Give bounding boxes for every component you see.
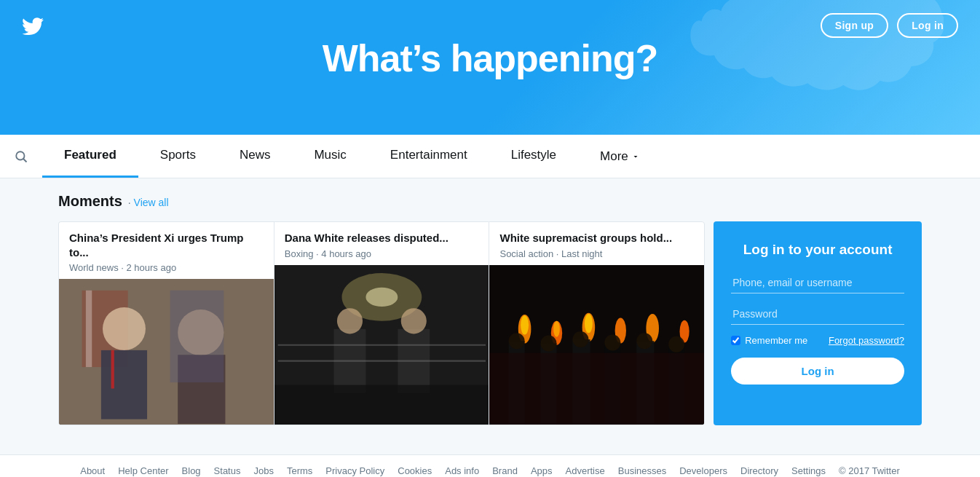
nav-tabs: Featured Sports News Music Entertainment…: [0, 135, 980, 178]
login-options-row: Remember me Forgot password?: [731, 335, 904, 346]
footer-settings[interactable]: Settings: [791, 465, 826, 476]
svg-point-17: [400, 308, 426, 334]
footer-status[interactable]: Status: [214, 465, 241, 476]
password-input[interactable]: [731, 304, 904, 325]
login-panel-title: Log in to your account: [743, 242, 893, 258]
svg-point-41: [605, 334, 621, 350]
card-img-bg-2: [274, 265, 489, 425]
footer-copyright: © 2017 Twitter: [839, 465, 900, 476]
footer-businesses[interactable]: Businesses: [618, 465, 666, 476]
footer-apps[interactable]: Apps: [531, 465, 553, 476]
svg-rect-10: [170, 291, 224, 382]
card-info-1: China’s President Xi urges Trump to... W…: [59, 222, 274, 279]
footer-blog[interactable]: Blog: [182, 465, 201, 476]
header: What’s happening? Sign up Log in: [0, 0, 980, 135]
page-title: What’s happening?: [0, 36, 980, 80]
tab-music[interactable]: Music: [292, 135, 368, 178]
svg-rect-7: [101, 350, 147, 419]
footer: About Help Center Blog Status Jobs Terms…: [0, 454, 980, 477]
card-meta-3: Social action · Last night: [499, 248, 694, 259]
remember-me-label[interactable]: Remember me: [731, 335, 807, 346]
footer-ads-info[interactable]: Ads info: [445, 465, 479, 476]
footer-terms[interactable]: Terms: [287, 465, 312, 476]
card-info-2: Dana White releases disputed... Boxing ·…: [274, 222, 489, 265]
svg-point-5: [103, 307, 146, 350]
svg-rect-18: [274, 385, 489, 425]
moment-card-2[interactable]: Dana White releases disputed... Boxing ·…: [274, 221, 489, 425]
svg-point-42: [637, 333, 653, 349]
card-meta-2: Boxing · 4 hours ago: [285, 248, 479, 259]
svg-point-39: [541, 335, 557, 351]
login-submit-button[interactable]: Log in: [731, 358, 904, 385]
tab-news[interactable]: News: [218, 135, 293, 178]
footer-cookies[interactable]: Cookies: [398, 465, 432, 476]
svg-point-0: [16, 151, 24, 159]
footer-directory[interactable]: Directory: [740, 465, 778, 476]
svg-rect-4: [86, 291, 92, 367]
card-image-1: [59, 279, 274, 425]
card-image-3: [489, 265, 704, 425]
search-icon[interactable]: [0, 150, 42, 163]
footer-developers[interactable]: Developers: [679, 465, 727, 476]
login-panel: Log in to your account Remember me Forgo…: [714, 221, 922, 425]
svg-rect-37: [489, 352, 704, 425]
svg-point-40: [573, 331, 589, 347]
footer-brand[interactable]: Brand: [492, 465, 518, 476]
tab-sports[interactable]: Sports: [138, 135, 218, 178]
forgot-password-link[interactable]: Forgot password?: [829, 335, 904, 346]
svg-point-43: [669, 336, 685, 352]
tab-lifestyle[interactable]: Lifestyle: [489, 135, 578, 178]
signup-button[interactable]: Sign up: [821, 13, 888, 38]
card-meta-1: World news · 2 hours ago: [69, 262, 264, 273]
card-info-3: White supremacist groups hold... Social …: [489, 222, 704, 265]
svg-point-13: [365, 287, 398, 306]
card-img-bg-1: [59, 279, 274, 425]
content-area: Moments View all China’s President Xi ur…: [58, 193, 922, 425]
login-button-header[interactable]: Log in: [897, 13, 958, 38]
main-content: Moments View all China’s President Xi ur…: [0, 178, 980, 440]
moment-card-1[interactable]: China’s President Xi urges Trump to... W…: [58, 221, 274, 425]
footer-advertise[interactable]: Advertise: [566, 465, 605, 476]
footer-help-center[interactable]: Help Center: [118, 465, 168, 476]
phone-email-input[interactable]: [731, 272, 904, 293]
card-image-2: [274, 265, 489, 425]
footer-privacy[interactable]: Privacy Policy: [325, 465, 384, 476]
svg-point-27: [585, 313, 593, 332]
svg-point-25: [554, 320, 561, 336]
header-actions: Sign up Log in: [821, 13, 958, 38]
tab-featured[interactable]: Featured: [42, 135, 138, 178]
footer-about[interactable]: About: [80, 465, 105, 476]
moments-cards: China’s President Xi urges Trump to... W…: [58, 221, 705, 425]
card-title-2: Dana White releases disputed...: [285, 231, 479, 245]
moments-title: Moments: [58, 193, 122, 210]
svg-point-38: [509, 333, 525, 349]
cards-and-sidebar: China’s President Xi urges Trump to... W…: [58, 221, 922, 425]
svg-rect-9: [111, 350, 114, 389]
moments-viewall-link[interactable]: View all: [128, 197, 169, 208]
svg-line-1: [23, 159, 27, 162]
card-title-3: White supremacist groups hold...: [499, 231, 694, 245]
tab-entertainment[interactable]: Entertainment: [368, 135, 489, 178]
svg-point-23: [521, 315, 529, 334]
footer-jobs[interactable]: Jobs: [253, 465, 273, 476]
remember-me-checkbox[interactable]: [731, 336, 740, 345]
tab-more[interactable]: More: [578, 149, 662, 164]
svg-point-16: [337, 308, 363, 334]
moment-card-3[interactable]: White supremacist groups hold... Social …: [489, 221, 705, 425]
card-img-bg-3: [489, 265, 704, 425]
moments-header: Moments View all: [58, 193, 922, 210]
card-title-1: China’s President Xi urges Trump to...: [69, 231, 264, 259]
